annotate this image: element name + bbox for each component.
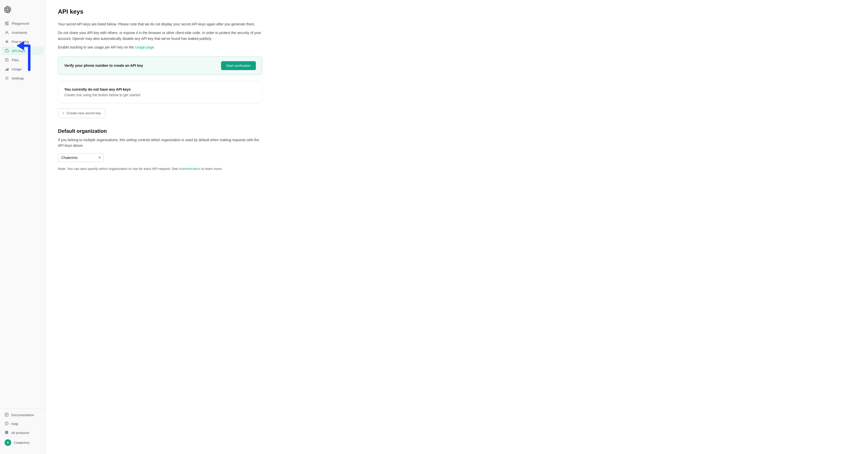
svg-rect-6 <box>7 69 7 71</box>
plus-icon: + <box>62 111 65 116</box>
org-select[interactable]: Chaterimo <box>58 153 104 162</box>
sidebar-item-playground[interactable]: Playground <box>2 19 43 28</box>
svg-point-3 <box>7 51 7 51</box>
svg-rect-4 <box>6 58 8 61</box>
logo <box>0 4 45 19</box>
description-2: Do not share your API key with others, o… <box>58 30 262 41</box>
svg-point-18 <box>5 433 6 434</box>
tracking-text: Enable tracking to see usage per API key… <box>58 44 262 50</box>
svg-point-19 <box>6 433 7 434</box>
sidebar-item-label: Assistants <box>12 31 27 35</box>
svg-point-12 <box>5 431 6 432</box>
create-new-secret-key-button[interactable]: + Create new secret key <box>58 108 105 118</box>
sidebar-item-fine-tuning[interactable]: Fine-tuning <box>2 37 43 46</box>
svg-point-13 <box>6 431 7 432</box>
avatar: D <box>5 439 11 446</box>
svg-point-20 <box>7 433 8 434</box>
sidebar-item-label: All products <box>11 431 29 435</box>
sidebar-bottom: Documentation Help <box>0 408 45 450</box>
page-title: API keys <box>58 8 262 15</box>
svg-point-0 <box>6 31 8 33</box>
assistants-icon <box>5 30 9 35</box>
description-1: Your secret API keys are listed below. P… <box>58 21 262 27</box>
svg-point-1 <box>6 41 7 42</box>
sidebar-item-assistants[interactable]: Assistants <box>2 28 43 37</box>
sidebar-item-help[interactable]: Help <box>2 419 43 428</box>
svg-point-8 <box>6 78 7 79</box>
sidebar-item-label: Playground <box>12 22 29 25</box>
authentication-link[interactable]: Authentication <box>179 167 200 171</box>
settings-icon <box>5 76 9 80</box>
usage-icon <box>5 67 9 71</box>
verification-banner: Verify your phone number to create an AP… <box>58 56 262 75</box>
svg-rect-5 <box>5 70 6 71</box>
no-keys-title: You currently do not have any API keys <box>64 87 256 91</box>
sidebar-item-usage[interactable]: Usage <box>2 65 43 73</box>
all-products-icon <box>5 430 9 435</box>
sidebar-item-label: Fine-tuning <box>12 40 29 44</box>
files-icon <box>5 58 9 62</box>
org-description: If you belong to multiple organizations,… <box>58 137 262 149</box>
svg-point-14 <box>7 431 8 432</box>
sidebar-item-all-products[interactable]: All products <box>2 428 43 437</box>
user-profile[interactable]: D Chaterimo <box>2 437 43 448</box>
playground-icon <box>5 21 9 26</box>
documentation-icon <box>5 413 9 417</box>
sidebar-item-label: Documentation <box>11 413 34 417</box>
sidebar-item-api-keys[interactable]: API keys <box>2 46 43 55</box>
usage-page-link[interactable]: Usage page <box>135 45 154 49</box>
verification-text: Verify your phone number to create an AP… <box>64 63 143 68</box>
start-verification-button[interactable]: Start verification <box>221 61 256 70</box>
api-keys-icon <box>5 48 9 53</box>
sidebar-item-settings[interactable]: Settings <box>2 74 43 83</box>
default-org-title: Default organization <box>58 128 262 134</box>
sidebar-item-label: Help <box>11 422 18 426</box>
sidebar-item-files[interactable]: Files <box>2 56 43 64</box>
help-icon <box>5 421 9 426</box>
sidebar-item-label: Files <box>12 58 19 62</box>
svg-point-16 <box>6 432 7 433</box>
org-note: Note: You can also specify which organiz… <box>58 166 262 172</box>
no-keys-subtitle: Create one using the button below to get… <box>64 93 256 97</box>
openai-logo-icon <box>4 6 11 13</box>
sidebar-item-label: Usage <box>12 67 22 71</box>
no-keys-box: You currently do not have any API keys C… <box>58 81 262 103</box>
sidebar: Playground Assistants Fine-tuning <box>0 0 46 454</box>
fine-tuning-icon <box>5 39 9 44</box>
sidebar-item-documentation[interactable]: Documentation <box>2 411 43 419</box>
main-content: API keys Your secret API keys are listed… <box>46 0 274 454</box>
sidebar-item-label: API keys <box>12 49 25 53</box>
svg-point-15 <box>5 432 6 433</box>
sidebar-nav: Playground Assistants Fine-tuning <box>0 19 45 408</box>
sidebar-item-label: Settings <box>12 76 24 80</box>
svg-point-11 <box>6 424 7 425</box>
user-name: Chaterimo <box>14 441 29 445</box>
svg-point-17 <box>7 432 8 433</box>
create-key-label: Create new secret key <box>67 111 101 115</box>
svg-rect-7 <box>8 68 8 71</box>
